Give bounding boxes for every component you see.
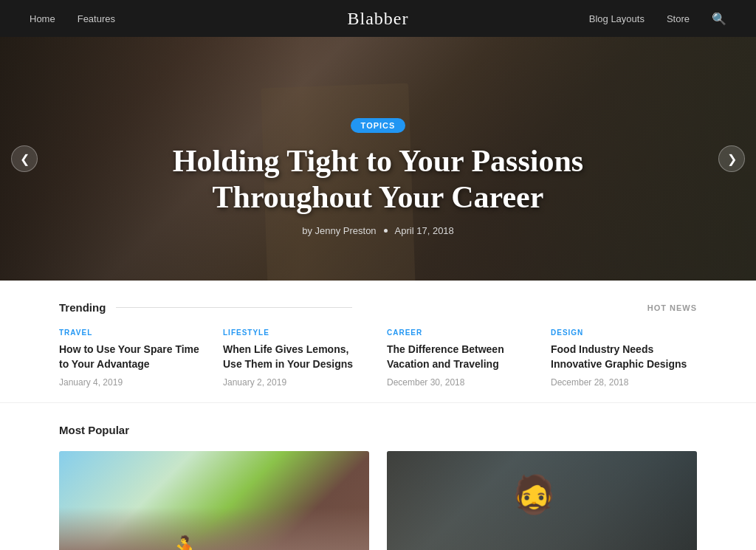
trending-date-2: January 2, 2019 xyxy=(223,377,369,388)
nav-blog-layouts[interactable]: Blog Layouts xyxy=(589,13,645,24)
hero-date: April 17, 2018 xyxy=(395,225,454,236)
nav-home[interactable]: Home xyxy=(30,13,55,24)
hero-slider: ❮ ❯ TOPICS Holding Tight to Your Passion… xyxy=(0,37,756,281)
hot-news-label: HOT NEWS xyxy=(647,303,697,312)
nav-features[interactable]: Features xyxy=(78,13,115,24)
trending-title-1[interactable]: How to Use Your Spare Time to Your Advan… xyxy=(59,343,205,371)
prev-slide-button[interactable]: ❮ xyxy=(11,145,38,172)
trending-section: Trending HOT NEWS TRAVEL How to Use Your… xyxy=(0,281,756,403)
nav-store[interactable]: Store xyxy=(667,13,690,24)
most-popular-title: Most Popular xyxy=(59,424,697,436)
search-icon[interactable]: 🔍 xyxy=(712,12,726,26)
popular-card-image-1 xyxy=(59,451,369,550)
trending-item-3: CAREER The Difference Between Vacation a… xyxy=(387,329,533,388)
next-slide-button[interactable]: ❯ xyxy=(718,145,745,172)
trending-item-1: TRAVEL How to Use Your Spare Time to You… xyxy=(59,329,205,388)
trending-category-3: CAREER xyxy=(387,329,533,337)
trending-item-4: DESIGN Food Industry Needs Innovative Gr… xyxy=(551,329,697,388)
trending-date-3: December 30, 2018 xyxy=(387,377,533,388)
most-popular-section: Most Popular xyxy=(0,403,756,550)
trending-grid: TRAVEL How to Use Your Spare Time to You… xyxy=(59,329,697,388)
trending-category-1: TRAVEL xyxy=(59,329,205,337)
meta-dot xyxy=(384,229,388,233)
popular-grid xyxy=(59,451,697,550)
trending-category-2: LIFESTYLE xyxy=(223,329,369,337)
hero-author: by Jenny Preston xyxy=(302,225,376,236)
trending-title-4[interactable]: Food Industry Needs Innovative Graphic D… xyxy=(551,343,697,371)
trending-title: Trending xyxy=(59,301,352,314)
trending-header: Trending HOT NEWS xyxy=(59,301,697,314)
popular-card-2[interactable] xyxy=(387,451,697,550)
popular-card-image-2 xyxy=(387,451,697,550)
trending-title-2[interactable]: When Life Gives Lemons, Use Them in Your… xyxy=(223,343,369,371)
trending-title-3[interactable]: The Difference Between Vacation and Trav… xyxy=(387,343,533,371)
topics-badge[interactable]: TOPICS xyxy=(351,118,406,133)
hero-content: TOPICS Holding Tight to Your Passions Th… xyxy=(0,118,756,236)
trending-item-2: LIFESTYLE When Life Gives Lemons, Use Th… xyxy=(223,329,369,388)
site-brand[interactable]: Blabber xyxy=(348,9,409,29)
popular-card-1[interactable] xyxy=(59,451,369,550)
hero-meta: by Jenny Preston April 17, 2018 xyxy=(0,225,756,236)
trending-date-4: December 28, 2018 xyxy=(551,377,697,388)
trending-category-4: DESIGN xyxy=(551,329,697,337)
navigation: Home Features Blabber Blog Layouts Store… xyxy=(0,0,756,37)
hero-title: Holding Tight to Your Passions Throughou… xyxy=(120,143,636,215)
trending-date-1: January 4, 2019 xyxy=(59,377,205,388)
